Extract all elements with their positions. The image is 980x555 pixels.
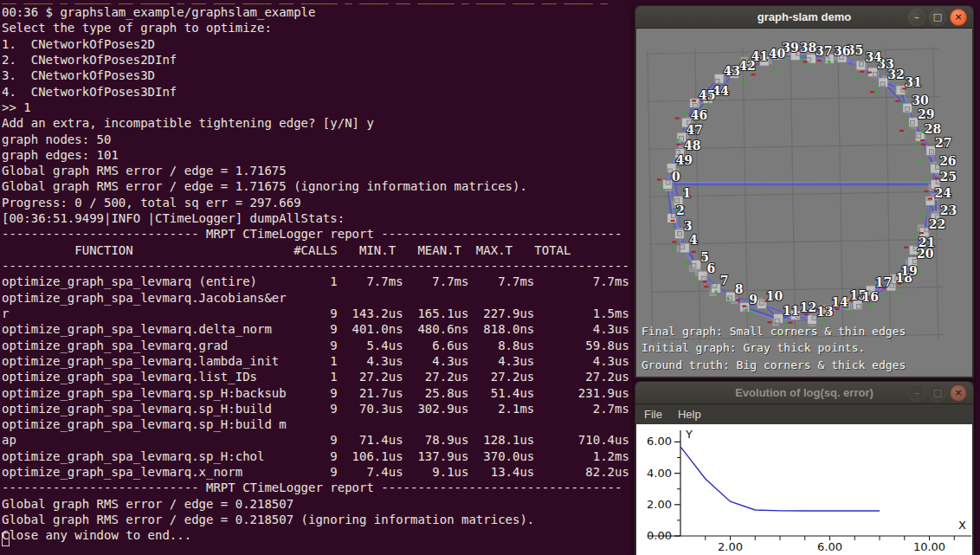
graph-node-label: 28 [925,122,941,136]
graph-node-label: 46 [691,108,707,122]
y-tick-label: 4.00 [647,467,672,480]
graph-node-label: 24 [934,186,951,200]
graph-node-label: 49 [676,153,693,167]
error-plot-canvas: 0.002.004.006.002.006.0010.00YX [636,424,972,555]
graph-node-label: 47 [686,123,702,137]
y-tick-label: 2.00 [647,498,672,511]
minimize-button[interactable]: – [908,384,925,402]
close-button[interactable]: × [950,9,967,26]
graph-node-label: 48 [684,139,700,152]
graph-node-label: 2 [676,203,685,217]
menu-help[interactable]: Help [678,408,701,421]
error-plot-window: Evolution of log(sq. error) – □ × File H… [635,381,974,555]
graph-node-label: 17 [875,275,892,289]
graph-node-label: 8 [735,282,744,296]
graph-node-label: 26 [939,154,956,168]
x-tick-label: 10.00 [913,540,945,553]
graph-node-label: 4 [689,233,698,247]
graph-node-label: 19 [900,264,917,278]
graph-node-label: 9 [749,293,758,307]
graph-window-title: graph-slam demo [758,10,851,23]
graph-node-label: 25 [940,170,957,184]
graph-node-label: 29 [918,107,934,121]
graph-node-label: 11 [783,304,799,318]
graph-node-label: 38 [800,41,816,55]
close-button[interactable]: × [950,384,967,402]
graph-node-label: 3 [684,219,693,233]
graph-node-label: 7 [720,274,729,287]
y-tick-label: 0.00 [647,529,672,542]
graph-3d-viewport[interactable]: 0123456789101112131415161718192021222324… [635,29,974,378]
graph-node-label: 1 [682,186,691,200]
plot-menubar: File Help [635,404,974,424]
graph-window-titlebar[interactable]: graph-slam demo – □ × [635,5,974,29]
menu-file[interactable]: File [644,408,662,421]
x-axis-label: X [958,519,966,532]
graph-node-label: 36 [834,44,850,58]
y-tick-label: 6.00 [647,435,672,448]
plot-window-title: Evolution of log(sq. error) [735,386,874,399]
minimize-button[interactable]: – [908,9,925,26]
y-axis-label: Y [685,428,693,441]
graph-node-label: 37 [816,44,832,58]
plot-window-titlebar[interactable]: Evolution of log(sq. error) – □ × [635,381,974,404]
graph-node-label: 34 [865,50,882,64]
desktop: { "terminal": { "clipped_top_text": "__ … [0,0,980,555]
graph-node-label: 30 [912,94,929,107]
terminal-cursor [2,532,10,546]
x-tick-label: 2.00 [718,540,743,553]
maximize-button[interactable]: □ [929,9,946,26]
maximize-button[interactable]: □ [929,384,946,402]
error-plot-area[interactable]: 0.002.004.006.002.006.0010.00YX [635,424,974,555]
graph-node-label: 31 [905,75,921,89]
graph-node-label: 40 [769,47,786,61]
graph-node-label: 14 [831,295,848,309]
graph-slam-demo-window: graph-slam demo – □ × 012345678910111213… [635,5,974,378]
graph-node-label: 22 [929,217,945,231]
graph-node-label: 45 [699,88,715,102]
graph-node-label: 27 [935,136,951,150]
x-tick-label: 6.00 [817,540,842,553]
graph-node-label: 43 [724,64,740,78]
graph-node-label: 12 [800,300,816,314]
graph-node-label: 21 [919,236,935,249]
graph-node-label: 42 [738,59,755,73]
graph-legend: Final graph: Small corners & thin edges … [642,323,906,374]
graph-node-label: 10 [766,289,783,303]
graph-node-label: 23 [940,203,957,217]
graph-node-label: 0 [672,170,680,184]
graph-node-label: 16 [861,290,878,304]
graph-node-label: 6 [707,261,716,275]
